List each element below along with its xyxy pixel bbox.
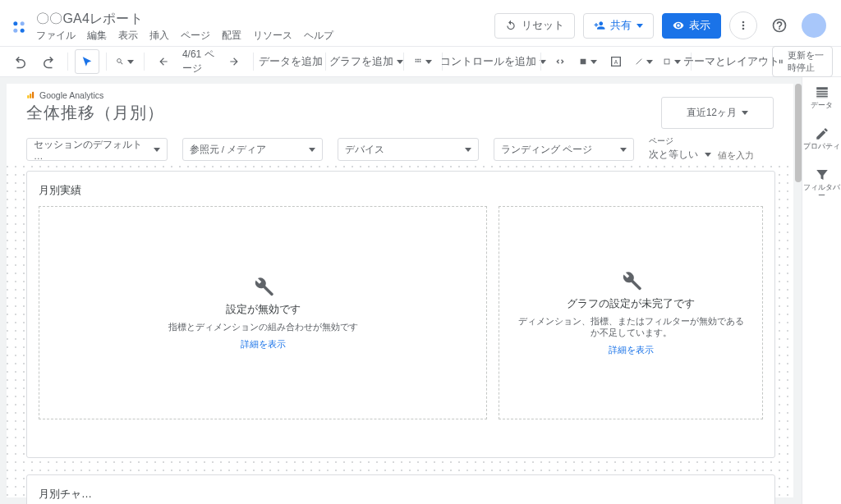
- control-source-medium[interactable]: 参照元 / メディア: [182, 138, 324, 161]
- next-page-button[interactable]: [222, 49, 246, 74]
- image-icon: [579, 55, 587, 68]
- shape-button[interactable]: [659, 49, 684, 74]
- svg-point-3: [21, 29, 25, 33]
- menu-view[interactable]: 表示: [118, 30, 138, 42]
- prev-page-button[interactable]: [151, 49, 176, 74]
- pause-updates-button[interactable]: 更新を一時停止: [772, 46, 833, 77]
- view-label: 表示: [689, 19, 710, 33]
- svg-point-0: [13, 21, 17, 25]
- more-vert-icon: [737, 19, 750, 32]
- menu-help[interactable]: ヘルプ: [304, 30, 333, 42]
- toolbar: 4/61 ページ データを追加 グラフを追加 コントロールを追加 A テーマとレ…: [0, 46, 841, 77]
- control-label: デバイス: [345, 144, 384, 156]
- control-device[interactable]: デバイス: [338, 138, 479, 161]
- google-analytics-icon: [26, 91, 34, 99]
- page-indicator: 4/61 ページ: [179, 48, 218, 76]
- chevron-down-icon: [705, 153, 711, 157]
- pause-icon: [778, 57, 784, 66]
- menu-resource[interactable]: リソース: [253, 30, 292, 42]
- chevron-down-icon: [309, 148, 315, 152]
- chevron-down-icon: [465, 148, 471, 152]
- table-icon: [815, 85, 830, 100]
- apps-icon: [414, 55, 422, 68]
- placeholder-sub: ディメンション、指標、またはフィルターが無効であるか不足しています。: [516, 316, 746, 339]
- chevron-down-icon: [591, 60, 597, 64]
- more-options-button[interactable]: [729, 11, 757, 39]
- add-chart-button[interactable]: グラフを追加: [332, 49, 397, 74]
- rail-data[interactable]: データ: [802, 77, 841, 118]
- canvas-viewport[interactable]: Google Analytics 全体推移（月別） 直近12ヶ月 セッションのデ…: [0, 77, 802, 504]
- rail-properties[interactable]: プロパティ: [802, 118, 841, 159]
- zoom-icon: [116, 55, 124, 68]
- theme-layout-button[interactable]: テーマとレイアウト: [697, 49, 765, 74]
- pause-updates-label: 更新を一時停止: [788, 49, 827, 74]
- scrollbar-thumb[interactable]: [795, 84, 802, 182]
- text-icon: A: [609, 55, 623, 68]
- menu-arrange[interactable]: 配置: [222, 30, 241, 42]
- chevron-down-icon: [646, 60, 653, 64]
- control-page-filter[interactable]: ページ 次と等しい: [649, 135, 775, 161]
- view-button[interactable]: 表示: [662, 13, 721, 39]
- redo-button[interactable]: [36, 49, 61, 74]
- title-area: 〇〇GA4レポート ファイル 編集 表示 挿入 ページ 配置 リソース ヘルプ: [34, 9, 494, 42]
- filter-controls-row: セッションのデフォルト … 参照元 / メディア デバイス ランディング ページ…: [7, 135, 795, 164]
- date-range-control[interactable]: 直近12ヶ月: [661, 97, 774, 129]
- text-button[interactable]: A: [604, 49, 628, 74]
- community-viz-button[interactable]: [411, 49, 435, 74]
- control-landing-page[interactable]: ランディング ページ: [494, 138, 635, 161]
- svg-point-2: [13, 29, 17, 33]
- line-button[interactable]: [632, 49, 656, 74]
- chevron-down-icon: [742, 111, 748, 115]
- undo-button[interactable]: [8, 49, 33, 74]
- reset-label: リセット: [522, 19, 564, 33]
- svg-rect-8: [32, 92, 34, 99]
- section-title: 月別チャ…: [39, 487, 763, 502]
- section-monthly-channel: 月別チャ…: [26, 474, 775, 504]
- reset-button[interactable]: リセット: [494, 13, 575, 39]
- add-control-button[interactable]: コントロールを追加: [448, 49, 534, 74]
- canvas-scrollbar[interactable]: [793, 77, 802, 504]
- chevron-down-icon: [397, 60, 403, 64]
- add-data-button[interactable]: データを追加: [260, 49, 319, 74]
- share-label: 共有: [610, 19, 632, 33]
- account-avatar[interactable]: [802, 13, 826, 38]
- help-icon: [771, 17, 788, 34]
- right-rail: データ プロパティ フィルタバー: [802, 77, 841, 504]
- doc-title[interactable]: 〇〇GA4レポート: [34, 9, 494, 30]
- rail-filterbar[interactable]: フィルタバー: [802, 159, 841, 208]
- image-button[interactable]: [576, 49, 600, 74]
- url-embed-button[interactable]: [548, 49, 572, 74]
- control-session-default[interactable]: セッションのデフォルト …: [26, 138, 168, 161]
- line-icon: [635, 55, 643, 68]
- arrow-right-icon: [228, 56, 240, 67]
- control-label: 参照元 / メディア: [190, 144, 267, 156]
- menu-edit[interactable]: 編集: [87, 30, 107, 42]
- arrow-left-icon: [158, 56, 169, 67]
- app-header: 〇〇GA4レポート ファイル 編集 表示 挿入 ページ 配置 リソース ヘルプ …: [0, 0, 841, 46]
- wrench-icon: [619, 269, 642, 292]
- page-filter-input[interactable]: [718, 150, 767, 160]
- looker-studio-icon: [8, 16, 30, 38]
- chevron-down-icon: [636, 24, 643, 28]
- pencil-icon: [815, 126, 830, 141]
- chart-placeholder-left[interactable]: 設定が無効です 指標とディメンションの組み合わせが無効です 詳細を表示: [39, 206, 487, 419]
- details-link[interactable]: 詳細を表示: [241, 338, 286, 351]
- chart-placeholder-right[interactable]: グラフの設定が未完了です ディメンション、指標、またはフィルターが無効であるか不…: [499, 206, 763, 419]
- redo-icon: [41, 54, 56, 69]
- chevron-down-icon: [620, 148, 627, 152]
- zoom-tool[interactable]: [113, 49, 137, 74]
- share-button[interactable]: 共有: [583, 13, 654, 39]
- menu-file[interactable]: ファイル: [36, 30, 76, 42]
- canvas-grid: Google Analytics 全体推移（月別） 直近12ヶ月 セッションのデ…: [7, 84, 795, 497]
- undo-icon: [505, 20, 517, 31]
- undo-icon: [13, 54, 28, 69]
- cursor-icon: [81, 56, 93, 67]
- help-button[interactable]: [765, 11, 793, 39]
- section-monthly-results: 月別実績 設定が無効です 指標とディメンションの組み合わせが無効です 詳細を表示: [26, 171, 775, 458]
- menu-insert[interactable]: 挿入: [149, 30, 169, 42]
- page-filter-op: 次と等しい: [649, 149, 698, 161]
- section-title: 月別実績: [39, 183, 763, 198]
- details-link[interactable]: 詳細を表示: [609, 344, 654, 356]
- menu-page[interactable]: ページ: [181, 30, 210, 42]
- select-tool[interactable]: [75, 49, 99, 74]
